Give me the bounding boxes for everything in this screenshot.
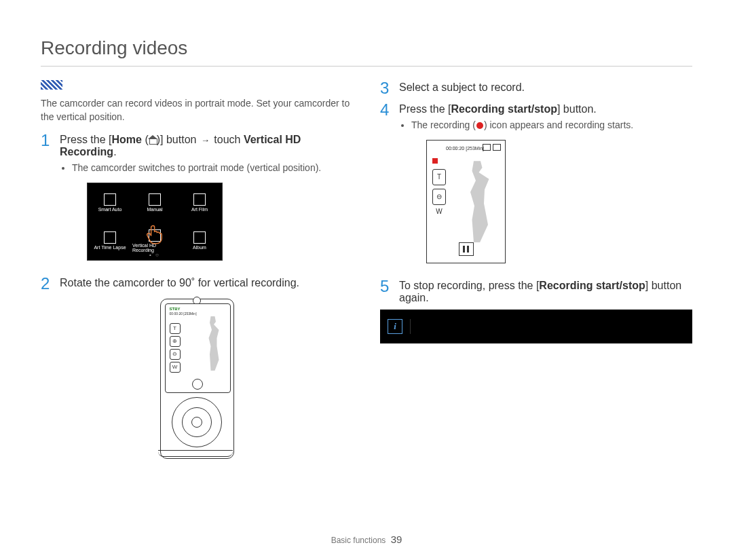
menu-item: Art Film	[177, 183, 222, 222]
page-footer: Basic functions 39	[0, 534, 733, 545]
step-1: 1 Press the [Home ()] button → touch Ver…	[41, 132, 353, 270]
intro-text: The camcorder can record videos in portr…	[41, 96, 353, 124]
step-4: 4 Press the [Recording start/stop] butto…	[380, 102, 692, 273]
step-number: 2	[41, 276, 53, 292]
record-led-icon	[191, 417, 202, 428]
step3-text: Select a subject to record.	[399, 81, 525, 93]
storage-icon	[483, 144, 491, 151]
menu-item: Manual	[132, 183, 177, 222]
mode-indicator-icon	[41, 80, 62, 90]
camcorder-illustration: STBY 00:00:20 [253Min] T ⊕ ⊖ W	[160, 299, 234, 459]
step4-text: Press the [Recording start/stop] button.	[399, 103, 597, 115]
menu-icon	[149, 193, 161, 206]
record-button-icon	[192, 379, 203, 390]
recording-indicator-icon	[432, 158, 438, 164]
zoom-tele-icon: T	[170, 323, 181, 334]
device-base	[158, 450, 233, 457]
step1-bullet: The camcorder switches to portrait mode …	[72, 161, 353, 174]
divider	[41, 66, 692, 67]
vertical-recording-illustration: 00:00:20 [253Min] T⊕ ⊖W	[426, 140, 506, 263]
note-text	[411, 322, 692, 331]
home-menu-illustration: Smart Auto Manual Art Film Art Time Laps…	[87, 183, 223, 261]
zoom-out-button-icon: ⊖W	[432, 189, 446, 205]
step1-text: Press the [Home ()] button → touch Verti…	[60, 134, 301, 157]
home-icon	[149, 136, 157, 143]
subject-silhouette-icon	[460, 161, 494, 242]
battery-icon	[493, 144, 501, 151]
zoom-in-icon: ⊕	[170, 336, 181, 347]
vshot-time: 00:00:20 [253Min]	[446, 146, 484, 151]
lcd-time: 00:00:20 [253Min]	[170, 312, 197, 316]
record-dot-icon	[476, 122, 483, 129]
footer-section: Basic functions	[331, 536, 386, 545]
pause-button-icon	[459, 242, 474, 256]
step-number: 1	[41, 132, 53, 270]
page-title: Recording videos	[41, 37, 692, 59]
zoom-wide-icon: W	[170, 362, 181, 373]
zoom-in-button-icon: T⊕	[432, 169, 446, 185]
jog-dial-icon	[172, 397, 222, 447]
step-number: 3	[380, 80, 392, 96]
zoom-out-icon: ⊖	[170, 349, 181, 360]
menu-icon	[193, 231, 206, 244]
menu-icon	[193, 193, 206, 206]
right-column: 3 Select a subject to record. 4 Press th…	[380, 80, 692, 459]
subject-silhouette-icon	[203, 316, 223, 371]
step-number: 4	[380, 102, 392, 273]
step-3: 3 Select a subject to record.	[380, 80, 692, 96]
stby-label: STBY	[170, 307, 181, 311]
note-icon: i	[380, 319, 411, 334]
step2-text: Rotate the camcorder to 90˚ for vertical…	[60, 277, 299, 288]
step-number: 5	[380, 278, 392, 304]
step-5: 5 To stop recording, press the [Recordin…	[380, 278, 692, 304]
page-dots: • ○	[88, 252, 222, 258]
touch-pointer-icon	[145, 224, 163, 244]
step-2: 2 Rotate the camcorder to 90˚ for vertic…	[41, 276, 353, 292]
menu-icon	[104, 193, 116, 206]
left-column: The camcorder can record videos in portr…	[41, 80, 353, 459]
arrow-icon: →	[201, 135, 210, 145]
note-box: i	[380, 310, 692, 343]
step4-bullet: The recording () icon appears and record…	[411, 118, 692, 132]
menu-item: Smart Auto	[88, 183, 132, 222]
menu-icon	[104, 231, 116, 244]
device-lcd: STBY 00:00:20 [253Min] T ⊕ ⊖ W	[165, 303, 231, 393]
step5-text: To stop recording, press the [Recording …	[399, 280, 681, 303]
page-number: 39	[391, 534, 402, 545]
